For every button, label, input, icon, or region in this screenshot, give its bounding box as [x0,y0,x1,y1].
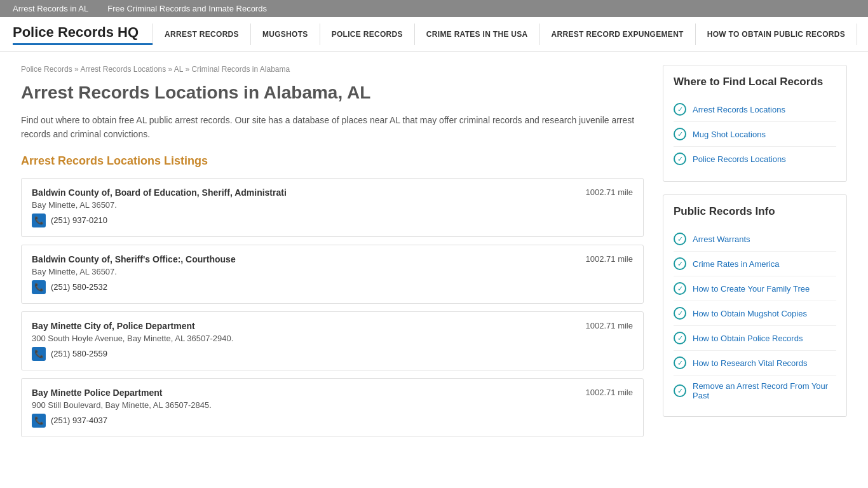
sidebar-link-remove-arrest[interactable]: ✓ Remove an Arrest Record From Your Past [674,376,836,406]
record-address-1: Bay Minette, AL 36507. [32,200,633,210]
check-icon-7: ✓ [674,307,686,320]
record-phone-4: 📞 (251) 937-4037 [32,414,633,428]
sidebar-link-police-records-obtain[interactable]: ✓ How to Obtain Police Records [674,326,836,351]
sidebar-link-family-tree[interactable]: ✓ How to Create Your Family Tree [674,276,836,301]
check-icon-1: ✓ [674,103,686,116]
main-container: Police Records » Arrest Records Location… [8,52,860,458]
page-description: Find out where to obtain free AL public … [21,113,644,142]
record-address-3: 300 South Hoyle Avenue, Bay Minette, AL … [32,334,633,343]
logo[interactable]: Police Records HQ [13,24,153,45]
record-phone-3: 📞 (251) 580-2559 [32,347,633,361]
header: Police Records HQ ARREST RECORDS MUGSHOT… [0,17,868,52]
page-title: Arrest Records Locations in Alabama, AL [21,83,644,103]
nav-arrest-records[interactable]: ARREST RECORDS [153,24,251,45]
check-icon-2: ✓ [674,128,686,140]
phone-icon-4: 📞 [32,414,46,428]
check-icon-4: ✓ [674,233,686,245]
nav-mugshots[interactable]: MUGSHOTS [251,24,320,45]
sidebar-public-title: Public Records Info [674,205,836,218]
sidebar-link-arrest-locations[interactable]: ✓ Arrest Records Locations [674,97,836,122]
top-bar: Arrest Records in AL Free Criminal Recor… [0,0,868,17]
sidebar-public-records: Public Records Info ✓ Arrest Warrants ✓ … [663,194,847,417]
record-name-1: Baldwin County of, Board of Education, S… [32,187,633,198]
sidebar-where-to-find: Where to Find Local Records ✓ Arrest Rec… [663,65,847,182]
record-name-2: Baldwin County of, Sheriff's Office:, Co… [32,254,633,264]
record-distance-1: 1002.71 mile [586,187,633,197]
record-phone-2: 📞 (251) 580-2532 [32,280,633,294]
sidebar-link-mugshot-copies[interactable]: ✓ How to Obtain Mugshot Copies [674,301,836,326]
record-card-2: Baldwin County of, Sheriff's Office:, Co… [21,245,644,304]
record-card-1: Baldwin County of, Board of Education, S… [21,178,644,237]
breadcrumb-arrest-locations[interactable]: Arrest Records Locations [80,65,166,74]
phone-icon-2: 📞 [32,280,46,294]
topbar-link-1[interactable]: Arrest Records in AL [13,4,88,13]
nav-police-records[interactable]: POLICE RECORDS [320,24,415,45]
check-icon-8: ✓ [674,332,686,344]
record-card-4: Bay Minette Police Department 900 Still … [21,378,644,437]
check-icon-5: ✓ [674,257,686,270]
nav-crime-rates[interactable]: CRIME RATES IN THE USA [415,24,540,45]
sidebar-link-police-records[interactable]: ✓ Police Records Locations [674,147,836,171]
nav-public-records[interactable]: HOW TO OBTAIN PUBLIC RECORDS [696,24,857,45]
check-icon-9: ✓ [674,356,686,369]
breadcrumb-criminal-records[interactable]: Criminal Records in Alabama [191,65,290,74]
main-nav: ARREST RECORDS MUGSHOTS POLICE RECORDS C… [153,24,857,45]
breadcrumb-al[interactable]: AL [174,65,183,74]
nav-expungement[interactable]: ARREST RECORD EXPUNGEMENT [540,24,696,45]
record-address-4: 900 Still Boulevard, Bay Minette, AL 365… [32,400,633,410]
check-icon-6: ✓ [674,282,686,295]
breadcrumb-police-records[interactable]: Police Records [21,65,72,74]
content-area: Police Records » Arrest Records Location… [21,65,644,445]
record-card-3: Bay Minette City of, Police Department 3… [21,311,644,370]
section-title: Arrest Records Locations Listings [21,154,644,168]
phone-icon-3: 📞 [32,347,46,361]
sidebar-where-title: Where to Find Local Records [674,76,836,88]
check-icon-3: ✓ [674,152,686,165]
sidebar-link-crime-rates[interactable]: ✓ Crime Rates in America [674,252,836,276]
topbar-link-2[interactable]: Free Criminal Records and Inmate Records [107,4,267,13]
sidebar-link-mug-shot[interactable]: ✓ Mug Shot Locations [674,122,836,147]
phone-icon-1: 📞 [32,214,46,227]
record-distance-3: 1002.71 mile [586,321,633,330]
sidebar-link-vital-records[interactable]: ✓ How to Research Vital Records [674,351,836,376]
sidebar-link-warrants[interactable]: ✓ Arrest Warrants [674,227,836,252]
record-name-3: Bay Minette City of, Police Department [32,321,633,331]
record-name-4: Bay Minette Police Department [32,388,633,398]
record-phone-1: 📞 (251) 937-0210 [32,214,633,227]
check-icon-10: ✓ [674,384,686,397]
record-address-2: Bay Minette, AL 36507. [32,267,633,276]
sidebar: Where to Find Local Records ✓ Arrest Rec… [663,65,847,445]
record-distance-2: 1002.71 mile [586,254,633,264]
breadcrumb: Police Records » Arrest Records Location… [21,65,644,74]
record-distance-4: 1002.71 mile [586,388,633,397]
